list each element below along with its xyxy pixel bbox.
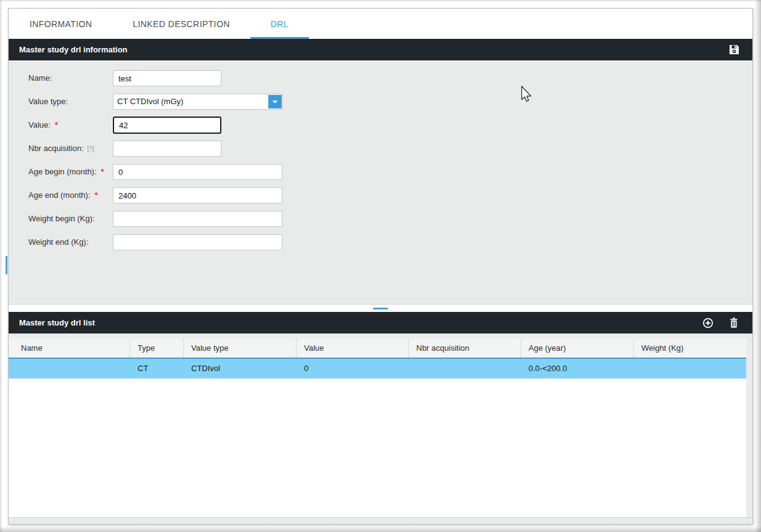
weight-end-kg-input[interactable] <box>113 234 282 250</box>
drl-list-table: NameTypeValue typeValueNbr acquisitionAg… <box>9 334 752 517</box>
name-input[interactable] <box>113 70 221 86</box>
table-header-row: NameTypeValue typeValueNbr acquisitionAg… <box>9 339 746 359</box>
tab-linked-description[interactable]: LINKED DESCRIPTION <box>112 9 250 39</box>
save-icon[interactable] <box>728 44 739 55</box>
value-input[interactable] <box>113 117 221 134</box>
required-asterisk: * <box>55 120 58 129</box>
field-label: Age end (month):* <box>28 187 98 203</box>
form-field-row: Weight end (Kg): <box>9 234 752 250</box>
add-icon[interactable] <box>702 317 714 329</box>
table-cell: CT <box>130 359 184 379</box>
field-label: Value:* <box>28 117 58 133</box>
list-panel-header: Master study drl list <box>9 312 752 334</box>
info-panel-header: Master study drl information <box>9 39 752 60</box>
table-cell: 0 <box>297 359 409 379</box>
field-label: Name: <box>28 70 52 86</box>
column-header-value[interactable]: Value <box>297 339 409 358</box>
field-label: Age begin (month):* <box>28 164 104 180</box>
horizontal-splitter[interactable] <box>9 305 752 312</box>
tab-bar: INFORMATION LINKED DESCRIPTION DRL <box>9 9 752 39</box>
list-panel-title: Master study drl list <box>19 318 95 327</box>
form-field-row: Weight begin (Kg): <box>9 211 752 227</box>
form-field-row: Age begin (month):* <box>9 164 752 180</box>
field-label: Weight end (Kg): <box>28 234 88 250</box>
table-row[interactable]: CTCTDIvol00.0-<200.0 <box>9 359 746 379</box>
form-field-row: Nbr acquisition:[?] <box>9 141 752 157</box>
tab-information[interactable]: INFORMATION <box>9 9 112 39</box>
vertical-scrollbar-track[interactable] <box>746 334 752 517</box>
weight-begin-kg-input[interactable] <box>113 211 282 227</box>
age-begin-month-input[interactable] <box>113 164 282 180</box>
column-header-age-year[interactable]: Age (year) <box>521 339 634 358</box>
table-top-gap <box>9 334 752 339</box>
table-cell <box>409 359 521 379</box>
table-cell: 0.0-<200.0 <box>521 359 634 379</box>
field-label: Weight begin (Kg): <box>28 211 94 227</box>
column-header-type[interactable]: Type <box>130 339 184 358</box>
tab-label: DRL <box>271 19 289 29</box>
form-field-row: Value:* <box>9 117 752 133</box>
tab-drl[interactable]: DRL <box>250 9 309 39</box>
column-header-weight-kg[interactable]: Weight (Kg) <box>634 339 746 358</box>
nbr-acquisition-input[interactable] <box>113 141 221 157</box>
left-splitter-handle[interactable] <box>6 256 7 274</box>
tab-label: LINKED DESCRIPTION <box>133 19 229 29</box>
chevron-down-icon[interactable] <box>268 95 282 108</box>
tab-label: INFORMATION <box>30 19 92 29</box>
info-panel-title: Master study drl information <box>19 45 128 54</box>
form-field-row: Name: <box>9 70 752 86</box>
field-label: Nbr acquisition:[?] <box>28 141 94 157</box>
age-end-month-input[interactable] <box>113 187 282 203</box>
table-cell <box>634 359 746 379</box>
card-footer-strip <box>9 517 752 524</box>
value-type-select[interactable]: CT CTDIvol (mGy) <box>113 94 283 110</box>
column-header-name[interactable]: Name <box>9 339 130 358</box>
required-asterisk: * <box>101 167 104 176</box>
required-asterisk: * <box>94 190 97 200</box>
field-label: Value type: <box>28 94 68 110</box>
form-field-row: Age end (month):* <box>9 187 752 203</box>
column-header-nbr-acquisition[interactable]: Nbr acquisition <box>409 339 521 358</box>
delete-icon[interactable] <box>728 317 739 329</box>
help-hint: [?] <box>88 145 94 152</box>
splitter-handle-icon[interactable] <box>373 308 388 309</box>
table-cell: CTDIvol <box>184 359 297 379</box>
drl-information-form: Name: Value type: CT CTDIvol (mGy) Value… <box>9 60 752 305</box>
column-header-value-type[interactable]: Value type <box>184 339 297 358</box>
form-field-row: Value type: CT CTDIvol (mGy) <box>9 94 752 110</box>
table-cell <box>9 359 130 379</box>
select-value: CT CTDIvol (mGy) <box>117 94 183 109</box>
main-window: INFORMATION LINKED DESCRIPTION DRL Maste… <box>8 8 753 525</box>
